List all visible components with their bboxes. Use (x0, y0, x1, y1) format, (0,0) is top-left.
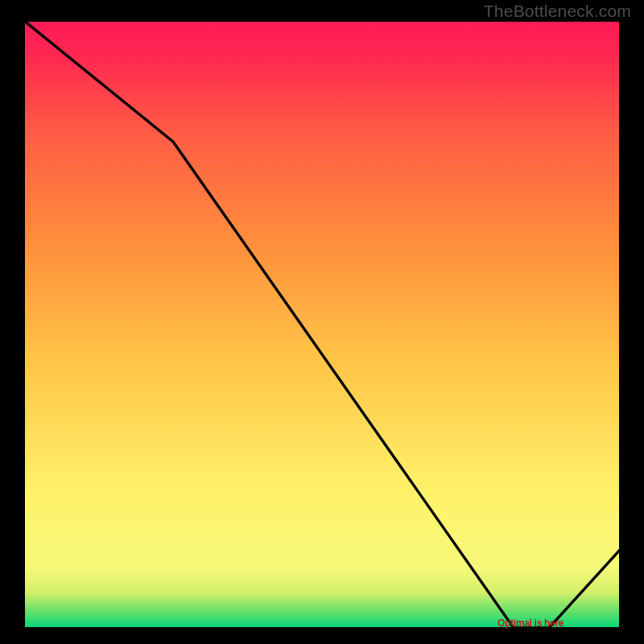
chart-plot-area (23, 20, 621, 629)
chart-svg (23, 20, 621, 629)
chart-gradient-bg (23, 20, 621, 629)
chart-frame (12, 20, 632, 640)
watermark-text: TheBottleneck.com (484, 2, 631, 21)
optimal-annotation: Optimal is here (497, 617, 564, 629)
